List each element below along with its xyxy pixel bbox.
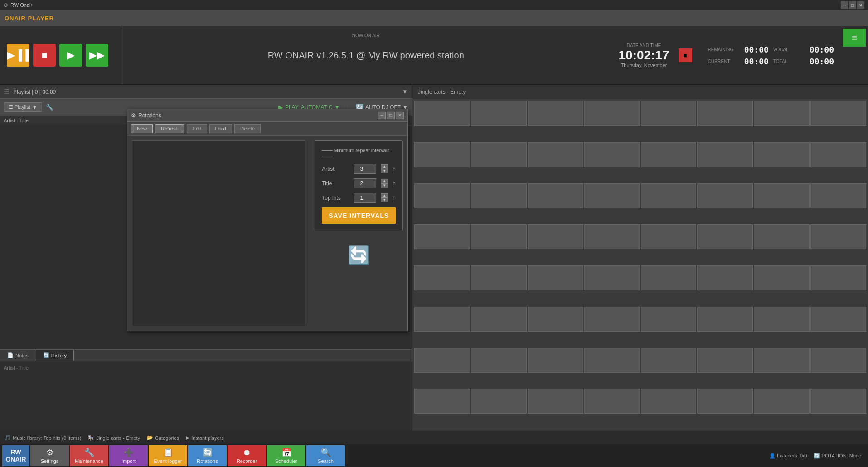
jingle-cell[interactable] [414,348,470,373]
jingle-cell[interactable] [641,265,697,290]
jingle-cell[interactable] [754,183,810,208]
maintenance-button[interactable]: 🔧 Maintenance [70,445,108,466]
jingle-cell[interactable] [697,348,753,373]
tab-history[interactable]: 🔄 History [36,350,74,361]
jingle-cell[interactable] [584,224,640,249]
jingle-cell[interactable] [414,183,470,208]
jingle-cell[interactable] [810,307,866,332]
jingle-cell[interactable] [414,389,470,414]
tab-notes[interactable]: 📄 Notes [0,350,36,361]
play-button[interactable]: ▶ [59,44,82,67]
tophits-interval-input[interactable] [354,193,376,203]
jingle-cell[interactable] [754,389,810,414]
jingle-cell[interactable] [471,101,527,126]
jingle-cell[interactable] [754,307,810,332]
jingle-cell[interactable] [471,142,527,167]
jingle-cell[interactable] [754,101,810,126]
jingle-cell[interactable] [584,183,640,208]
jingle-cell[interactable] [528,183,583,208]
recorder-button[interactable]: ⏺ Recorder [228,445,266,466]
jingle-cell[interactable] [810,348,866,373]
rotations-refresh-button[interactable]: Refresh [155,124,184,133]
jingle-cell[interactable] [810,183,866,208]
jingle-cell[interactable] [754,142,810,167]
jingle-cell[interactable] [528,265,583,290]
play-pause-button[interactable]: ▶▐▐ [7,44,29,67]
jingle-cell[interactable] [584,101,640,126]
next-button[interactable]: ▶▶ [86,44,108,67]
jingle-cell[interactable] [584,142,640,167]
dialog-maximize-button[interactable]: □ [387,112,395,119]
stop-button[interactable]: ■ [33,44,56,67]
title-spin-down[interactable]: ▼ [381,183,388,188]
jingle-cell[interactable] [471,348,527,373]
rotations-new-button[interactable]: New [131,124,153,133]
scheduler-button[interactable]: 📅 Scheduler [267,445,305,466]
jingle-cell[interactable] [584,389,640,414]
jingle-cell[interactable] [414,224,470,249]
jingle-cell[interactable] [584,265,640,290]
dialog-close-button[interactable]: ✕ [396,112,404,119]
jingle-cell[interactable] [471,265,527,290]
rotations-load-button[interactable]: Load [209,124,232,133]
wrench-button[interactable]: 🔧 [46,104,53,111]
save-intervals-button[interactable]: SAVE INTERVALS [322,207,396,224]
jingle-cell[interactable] [414,265,470,290]
jingle-cell[interactable] [697,265,753,290]
jingle-cell[interactable] [471,307,527,332]
jingle-cell[interactable] [584,348,640,373]
artist-interval-input[interactable] [354,164,376,174]
rotations-taskbar-button[interactable]: 🔄 Rotations [188,445,227,466]
rotations-delete-button[interactable]: Delete [234,124,261,133]
jingle-cell[interactable] [471,224,527,249]
tophits-spin-up[interactable]: ▲ [381,193,388,198]
stop-sm-button[interactable]: ■ [679,48,692,62]
jingle-cell[interactable] [754,265,810,290]
jingle-cell[interactable] [754,224,810,249]
rw-onair-button[interactable]: RWONAIR [2,445,29,466]
title-interval-input[interactable] [354,178,376,188]
jingle-cell[interactable] [810,265,866,290]
title-spin-up[interactable]: ▲ [381,179,388,183]
jingle-cell[interactable] [471,183,527,208]
rotations-list[interactable] [132,140,305,326]
jingle-cell[interactable] [697,142,753,167]
jingle-cell[interactable] [528,307,583,332]
jingle-cell[interactable] [528,389,583,414]
event-logger-button[interactable]: 📋 Event logger [149,445,187,466]
jingle-cell[interactable] [414,307,470,332]
jingle-cell[interactable] [697,389,753,414]
jingle-cell[interactable] [697,224,753,249]
jingle-cell[interactable] [414,101,470,126]
minimize-button[interactable]: ─ [841,1,848,9]
jingle-cell[interactable] [641,389,697,414]
jingle-cell[interactable] [641,307,697,332]
jingle-cell[interactable] [697,183,753,208]
jingle-cell[interactable] [641,142,697,167]
rotations-edit-button[interactable]: Edit [187,124,207,133]
playlist-menu-button[interactable]: ☰ Playlist▼ [4,102,42,112]
jingle-cell[interactable] [528,224,583,249]
jingle-cell[interactable] [414,142,470,167]
jingle-cell[interactable] [810,101,866,126]
jingle-cell[interactable] [641,348,697,373]
jingle-cell[interactable] [810,389,866,414]
tophits-spin-down[interactable]: ▼ [381,198,388,202]
jingle-cell[interactable] [528,101,583,126]
import-button[interactable]: ➕ Import [109,445,148,466]
close-button[interactable]: ✕ [857,1,864,9]
artist-spin-down[interactable]: ▼ [381,169,388,173]
settings-button[interactable]: ⚙ Settings [30,445,69,466]
jingle-cell[interactable] [471,389,527,414]
jingle-cell[interactable] [754,348,810,373]
dialog-minimize-button[interactable]: ─ [378,112,386,119]
jingle-cell[interactable] [641,224,697,249]
artist-spin-up[interactable]: ▲ [381,164,388,169]
jingle-cell[interactable] [641,183,697,208]
jingle-cell[interactable] [528,348,583,373]
jingle-cell[interactable] [697,307,753,332]
jingle-cell[interactable] [528,142,583,167]
jingle-cell[interactable] [641,101,697,126]
jingle-cell[interactable] [697,101,753,126]
search-taskbar-button[interactable]: 🔍 Search [306,445,345,466]
